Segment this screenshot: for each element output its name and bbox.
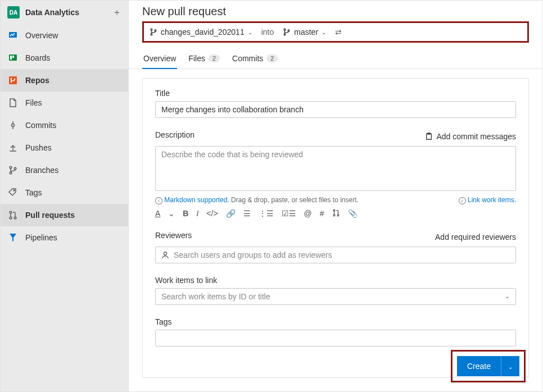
- repos-icon: [7, 75, 19, 86]
- overview-icon: [7, 30, 19, 41]
- checklist-icon[interactable]: ☑☰: [282, 209, 296, 218]
- add-project-icon[interactable]: ＋: [112, 7, 121, 19]
- title-label: Title: [155, 89, 516, 98]
- hash-icon[interactable]: #: [320, 209, 324, 218]
- source-branch-dropdown[interactable]: changes_david_202011 ⌄: [150, 28, 252, 37]
- branches-icon: [7, 165, 19, 176]
- link-work-items-link[interactable]: Link work items.: [468, 196, 516, 204]
- tab-overview[interactable]: Overview: [142, 52, 177, 69]
- numbered-list-icon[interactable]: ⋮☰: [259, 209, 274, 218]
- branch-selector-bar: changes_david_202011 ⌄ into master ⌄ ⇄: [142, 21, 529, 43]
- svg-point-20: [284, 34, 286, 35]
- sidebar-item-label: Boards: [25, 53, 50, 62]
- add-commit-messages-button[interactable]: Add commit messages: [425, 132, 516, 141]
- chevron-down-icon[interactable]: ⌄: [505, 293, 510, 300]
- work-items-input[interactable]: ⌄: [155, 288, 516, 305]
- tab-files[interactable]: Files2: [187, 52, 221, 69]
- svg-point-24: [333, 209, 335, 211]
- sidebar-item-overview[interactable]: Overview: [1, 24, 128, 47]
- reviewers-input[interactable]: [155, 247, 516, 263]
- sidebar-item-files[interactable]: Files: [1, 92, 128, 114]
- mention-icon[interactable]: @: [304, 209, 312, 218]
- svg-point-9: [10, 166, 12, 168]
- markdown-link[interactable]: Markdown supported.: [164, 196, 229, 204]
- svg-point-15: [14, 217, 16, 219]
- chevron-down-icon[interactable]: ⌄: [168, 209, 175, 218]
- svg-point-17: [151, 34, 152, 35]
- sidebar-item-repos[interactable]: Repos: [1, 69, 128, 92]
- svg-point-5: [11, 78, 12, 80]
- sidebar-item-label: Pipelines: [25, 233, 57, 242]
- create-button[interactable]: Create: [457, 356, 501, 376]
- link-icon[interactable]: 🔗: [226, 209, 236, 218]
- sidebar-item-boards[interactable]: Boards: [1, 47, 128, 69]
- sidebar-item-label: Files: [25, 98, 42, 107]
- into-label: into: [261, 28, 274, 37]
- count-badge: 2: [209, 54, 220, 62]
- sidebar-item-label: Pull requests: [25, 211, 75, 220]
- svg-point-10: [10, 172, 12, 174]
- files-icon: [7, 97, 19, 108]
- bold-icon[interactable]: B: [183, 209, 188, 218]
- title-input[interactable]: [155, 101, 516, 118]
- description-hints: i Markdown supported. Drag & drop, paste…: [155, 196, 516, 204]
- info-icon: i: [155, 197, 162, 204]
- svg-point-11: [14, 167, 16, 170]
- code-icon[interactable]: </>: [206, 209, 218, 218]
- boards-icon: [7, 52, 19, 63]
- font-color-icon[interactable]: A͏: [155, 209, 160, 218]
- form-card: Title Description Add commit messages i …: [142, 78, 529, 378]
- sidebar-item-commits[interactable]: Commits: [1, 114, 128, 136]
- info-icon: i: [459, 197, 466, 204]
- sidebar-item-label: Overview: [25, 31, 58, 40]
- tags-icon: [7, 187, 19, 198]
- svg-point-18: [155, 30, 156, 31]
- sidebar-item-branches[interactable]: Branches: [1, 159, 128, 181]
- clipboard-icon: [425, 133, 433, 140]
- sidebar-item-tags[interactable]: Tags: [1, 181, 128, 204]
- project-header: DA Data Analytics ＋: [1, 1, 128, 24]
- sidebar: DA Data Analytics ＋ OverviewBoardsReposF…: [1, 1, 129, 391]
- count-badge: 2: [266, 54, 278, 62]
- editor-toolbar: A͏ ⌄ B I </> 🔗 ☰ ⋮☰ ☑☰ @ # 📎: [155, 209, 516, 218]
- sidebar-item-pipelines[interactable]: Pipelines: [1, 226, 128, 249]
- create-button-group: Create ⌄: [457, 356, 519, 376]
- svg-point-27: [164, 252, 166, 254]
- sidebar-item-pull-requests[interactable]: Pull requests: [1, 204, 128, 226]
- svg-point-6: [11, 81, 12, 83]
- tags-input[interactable]: [155, 330, 516, 347]
- attach-icon[interactable]: 📎: [348, 209, 358, 218]
- chevron-down-icon: ⌄: [322, 29, 326, 35]
- branch-icon: [150, 28, 157, 36]
- create-highlight: Create ⌄: [451, 350, 526, 382]
- svg-point-8: [12, 124, 15, 127]
- sidebar-item-label: Pushes: [25, 143, 52, 152]
- project-title: Data Analytics: [25, 8, 112, 17]
- work-items-label: Work items to link: [155, 276, 516, 285]
- target-branch-name: master: [294, 28, 318, 37]
- tab-commits[interactable]: Commits2: [231, 52, 279, 69]
- target-branch-dropdown[interactable]: master ⌄: [283, 28, 326, 37]
- pullrequests-icon: [7, 209, 19, 221]
- description-input[interactable]: [155, 146, 516, 191]
- app-root: DA Data Analytics ＋ OverviewBoardsReposF…: [0, 0, 543, 392]
- svg-rect-3: [12, 56, 14, 58]
- svg-point-12: [13, 190, 15, 191]
- sidebar-item-pushes[interactable]: Pushes: [1, 136, 128, 159]
- pr-icon[interactable]: [332, 209, 340, 218]
- chevron-down-icon: ⌄: [248, 29, 252, 35]
- tags-label: Tags: [155, 317, 516, 326]
- swap-branches-icon[interactable]: ⇄: [335, 28, 342, 37]
- sidebar-item-label: Tags: [25, 188, 42, 197]
- create-dropdown-button[interactable]: ⌄: [501, 356, 519, 376]
- page-title: New pull request: [129, 1, 542, 21]
- pushes-icon: [7, 142, 19, 153]
- person-icon: [161, 251, 169, 259]
- add-required-reviewers-button[interactable]: Add required reviewers: [435, 233, 516, 241]
- svg-point-16: [151, 29, 152, 30]
- svg-point-14: [10, 217, 12, 219]
- source-branch-name: changes_david_202011: [161, 28, 245, 37]
- bullet-list-icon[interactable]: ☰: [243, 209, 251, 218]
- italic-icon[interactable]: I: [196, 209, 198, 218]
- main-content: New pull request changes_david_202011 ⌄ …: [129, 1, 542, 391]
